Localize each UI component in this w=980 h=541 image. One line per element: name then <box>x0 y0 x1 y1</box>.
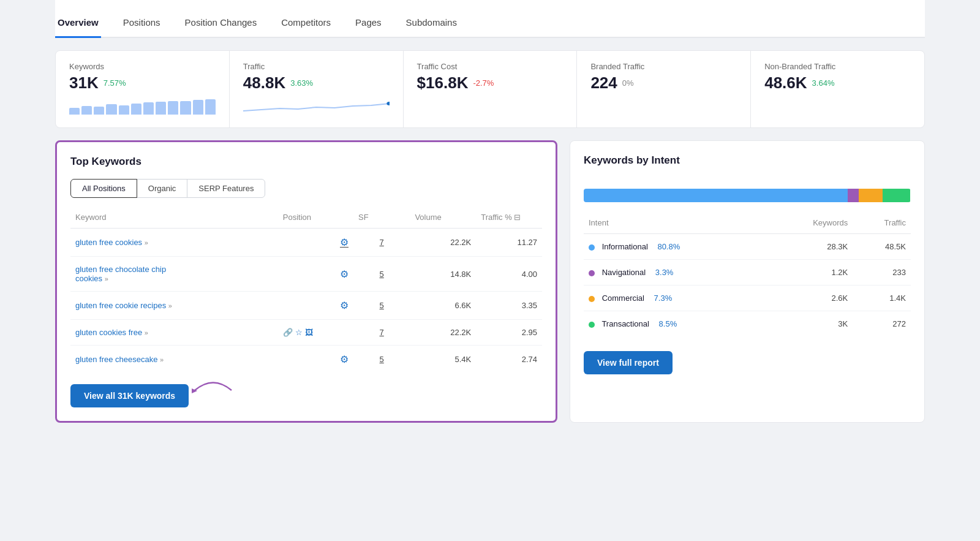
link-icon: 🔗 <box>283 328 293 337</box>
sf-cell: 5 <box>353 346 410 374</box>
intent-bar-navigational <box>848 189 859 202</box>
metric-keywords-label: Keywords <box>69 62 216 71</box>
main-content: Top Keywords All Positions Organic SERP … <box>55 140 925 423</box>
informational-traffic: 48.5K <box>853 234 911 260</box>
chevrons-icon: » <box>145 239 148 246</box>
metric-keywords-change: 7.57% <box>104 78 126 88</box>
position-cell: ⚙ <box>278 292 353 320</box>
transactional-traffic: 272 <box>853 311 911 337</box>
intent-bar <box>584 189 911 202</box>
metric-traffic-cost-change: -2.7% <box>473 78 494 88</box>
col-header-keyword: Keyword <box>70 209 278 229</box>
bar-3 <box>94 107 104 115</box>
position-cell: ⚙ <box>278 229 353 257</box>
keyword-link[interactable]: gluten cookies free <box>75 328 142 337</box>
tab-all-positions[interactable]: All Positions <box>70 179 137 198</box>
intent-table: Intent Keywords Traffic Informational 80… <box>584 214 911 336</box>
informational-keywords: 28.3K <box>771 234 853 260</box>
col-header-traffic: Traffic % ⊟ <box>476 209 542 229</box>
nav-item-pages[interactable]: Pages <box>353 11 384 38</box>
view-all-keywords-button[interactable]: View all 31K keywords <box>70 384 189 407</box>
chevrons-icon: » <box>105 275 108 282</box>
traffic-line-chart <box>243 97 390 115</box>
position-number: 5 <box>380 270 384 279</box>
top-navigation: Overview Positions Position Changes Comp… <box>55 0 925 38</box>
navigational-keywords: 1.2K <box>771 260 853 286</box>
view-all-container: View all 31K keywords <box>70 373 189 407</box>
intent-panel-title: Keywords by Intent <box>584 154 911 167</box>
serp-fork-icon: ⚙ <box>340 354 349 365</box>
intent-label: Commercial 7.3% <box>584 286 771 311</box>
volume-cell: 5.4K <box>410 346 476 374</box>
traffic-cell: 4.00 <box>476 257 542 292</box>
metric-traffic-cost-value: $16.8K <box>417 74 469 93</box>
intent-row-commercial: Commercial 7.3% 2.6K 1.4K <box>584 286 911 311</box>
intent-row-transactional: Transactional 8.5% 3K 272 <box>584 311 911 337</box>
intent-row-informational: Informational 80.8% 28.3K 48.5K <box>584 234 911 260</box>
navigational-pct: 3.3% <box>655 268 674 277</box>
bar-10 <box>180 101 190 115</box>
nav-item-subdomains[interactable]: Subdomains <box>404 11 459 38</box>
nav-item-positions[interactable]: Positions <box>121 11 163 38</box>
intent-row-navigational: Navigational 3.3% 1.2K 233 <box>584 260 911 286</box>
position-number: 5 <box>380 355 384 364</box>
position-number: 7 <box>380 328 384 337</box>
bar-4 <box>106 104 116 115</box>
kw-cell: gluten free cookie recipes » <box>70 292 278 320</box>
nav-item-competitors[interactable]: Competitors <box>279 11 333 38</box>
serp-fork-icon: ⚙ <box>340 300 349 311</box>
commercial-traffic: 1.4K <box>853 286 911 311</box>
view-full-report-button[interactable]: View full report <box>584 351 673 374</box>
bar-5 <box>119 105 129 115</box>
nav-item-overview[interactable]: Overview <box>55 11 101 38</box>
top-keywords-panel: Top Keywords All Positions Organic SERP … <box>55 140 557 423</box>
informational-pct: 80.8% <box>657 242 680 251</box>
intent-label: Navigational 3.3% <box>584 260 771 286</box>
traffic-cell: 2.95 <box>476 320 542 346</box>
col-header-position: Position <box>278 209 353 229</box>
informational-label: Informational <box>602 242 648 251</box>
metric-traffic: Traffic 48.8K 3.63% <box>230 51 404 127</box>
traffic-cell: 3.35 <box>476 292 542 320</box>
serp-fork-icon: ⚙ <box>340 269 349 279</box>
keyword-link[interactable]: gluten free cheesecake <box>75 355 157 364</box>
volume-cell: 22.2K <box>410 320 476 346</box>
intent-bar-transactional <box>883 189 910 202</box>
position-number: 5 <box>380 301 384 310</box>
metric-branded-traffic: Branded Traffic 224 0% <box>577 51 751 127</box>
top-keywords-title: Top Keywords <box>70 156 542 168</box>
keyword-link[interactable]: gluten free cookies <box>75 238 142 247</box>
intent-col-keywords: Keywords <box>771 214 853 234</box>
bar-2 <box>81 106 92 115</box>
volume-cell: 14.8K <box>410 257 476 292</box>
bar-12 <box>205 99 216 115</box>
metric-nonbranded-label: Non-Branded Traffic <box>764 62 911 71</box>
commercial-pct: 7.3% <box>654 293 673 303</box>
metric-traffic-cost: Traffic Cost $16.8K -2.7% <box>404 51 578 127</box>
metric-nonbranded-traffic: Non-Branded Traffic 48.6K 3.64% <box>751 51 924 127</box>
metric-traffic-cost-label: Traffic Cost <box>417 62 564 71</box>
intent-bar-informational <box>584 189 848 202</box>
nav-item-position-changes[interactable]: Position Changes <box>183 11 260 38</box>
keyword-link[interactable]: gluten free cookie recipes <box>75 301 166 310</box>
tab-organic[interactable]: Organic <box>137 179 188 198</box>
keyword-link[interactable]: gluten free chocolate chipcookies <box>75 265 166 283</box>
tab-serp-features[interactable]: SERP Features <box>187 179 265 198</box>
arrow-decoration <box>189 375 238 406</box>
col-header-sf: SF <box>353 209 410 229</box>
metric-traffic-change: 3.63% <box>290 78 313 88</box>
bar-9 <box>168 101 178 115</box>
table-row: gluten free cookies » ⚙ 7 22.2K 11.27 <box>70 229 542 257</box>
keyword-tabs: All Positions Organic SERP Features <box>70 179 542 198</box>
metric-keywords: Keywords 31K 7.57% <box>56 51 230 127</box>
bar-6 <box>131 104 141 115</box>
bar-1 <box>69 108 80 115</box>
kw-cell: gluten free cheesecake » <box>70 346 278 374</box>
chevrons-icon: » <box>160 356 164 363</box>
filter-icon[interactable]: ⊟ <box>514 213 521 222</box>
star-icon: ☆ <box>295 328 303 337</box>
sf-cell: 5 <box>353 292 410 320</box>
keywords-by-intent-panel: Keywords by Intent Intent Keywords Traff… <box>570 140 925 423</box>
bar-7 <box>143 102 154 115</box>
metric-branded-value: 224 <box>590 74 617 93</box>
